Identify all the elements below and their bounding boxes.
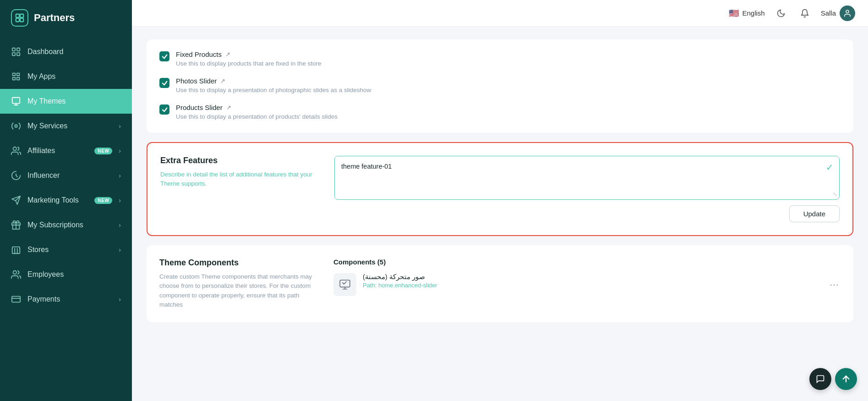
photos-slider-title: Photos Slider ↗ (176, 77, 371, 85)
component-icon (333, 273, 356, 296)
chat-fab[interactable] (809, 368, 831, 390)
extra-features-label-col: Extra Features Describe in detail the li… (160, 156, 316, 189)
feature-list-section: Fixed Products ↗ Use this to display pro… (147, 39, 853, 133)
products-slider-title: Products Slider ↗ (176, 104, 338, 111)
user-menu[interactable]: Salla (821, 5, 855, 21)
subscriptions-icon (11, 220, 21, 230)
component-info: صور متحركة (محسنة) Path: home.enhanced-s… (363, 273, 437, 289)
products-slider-ext-link[interactable]: ↗ (226, 104, 231, 111)
dark-mode-toggle[interactable] (773, 5, 789, 21)
logo-icon (11, 9, 28, 27)
sidebar-item-stores[interactable]: Stores › (0, 237, 132, 262)
svg-point-9 (15, 125, 17, 127)
photos-slider-ext-link[interactable]: ↗ (220, 77, 225, 84)
influencer-icon (11, 170, 21, 181)
extra-features-section: Extra Features Describe in detail the li… (147, 142, 853, 236)
svg-point-10 (13, 147, 16, 150)
svg-rect-7 (17, 53, 20, 55)
extra-features-input-col: theme feature-01 ✓ ⤡ Update (334, 156, 840, 222)
user-name: Salla (821, 9, 836, 17)
sidebar-logo[interactable]: Partners (0, 0, 132, 36)
component-item-row: صور متحركة (محسنة) Path: home.enhanced-s… (333, 273, 841, 296)
extra-features-desc: Describe in detail the list of additiona… (160, 170, 316, 189)
update-btn-row: Update (334, 205, 840, 222)
photos-slider-checkbox[interactable] (159, 78, 169, 88)
user-avatar (840, 5, 855, 21)
svg-rect-4 (12, 48, 15, 51)
theme-components-title: Theme Components (159, 258, 315, 268)
marketing-icon (11, 195, 21, 205)
extra-features-title: Extra Features (160, 156, 316, 165)
products-slider-desc: Use this to display a presentation of pr… (176, 113, 338, 120)
components-col: Components (5) صور متحركة (محسنة) (333, 258, 841, 296)
content-area: Fixed Products ↗ Use this to display pro… (132, 27, 868, 401)
components-header: Components (5) (333, 258, 841, 266)
flag-icon: 🇺🇸 (729, 8, 739, 18)
logo-text: Partners (34, 12, 75, 24)
svg-rect-6 (12, 53, 15, 55)
affiliates-icon (11, 146, 21, 156)
stores-icon (11, 245, 21, 255)
language-selector[interactable]: 🇺🇸 English (729, 8, 764, 18)
themes-icon (11, 96, 21, 106)
textarea-check-icon: ✓ (826, 162, 834, 173)
upload-fab[interactable] (835, 368, 857, 390)
subscriptions-arrow: › (119, 221, 121, 229)
photos-slider-desc: Use this to display a presentation of ph… (176, 87, 371, 93)
extra-features-textarea-wrapper: theme feature-01 ✓ ⤡ (334, 156, 840, 200)
payments-arrow: › (119, 296, 121, 303)
svg-point-11 (13, 271, 16, 274)
component-enhanced-slider: صور متحركة (محسنة) Path: home.enhanced-s… (333, 273, 828, 296)
component-more-menu[interactable]: ⋯ (828, 277, 841, 292)
update-button[interactable]: Update (789, 205, 840, 222)
sidebar-item-influencer[interactable]: Influencer › (0, 163, 132, 188)
stores-arrow: › (119, 246, 121, 253)
marketing-arrow: › (119, 197, 121, 204)
textarea-resize-icon: ⤡ (833, 191, 837, 198)
services-arrow: › (119, 122, 121, 130)
component-path: Path: home.enhanced-slider (363, 282, 437, 289)
payments-icon (11, 294, 21, 304)
svg-rect-0 (16, 14, 19, 17)
header: 🇺🇸 English Salla (132, 0, 868, 27)
apps-icon (11, 71, 21, 82)
theme-components-desc: Create custom Theme components that merc… (159, 272, 315, 309)
sidebar-item-payments[interactable]: Payments › (0, 287, 132, 312)
svg-point-14 (846, 10, 849, 13)
notifications-button[interactable] (797, 5, 813, 21)
affiliates-arrow: › (119, 147, 121, 154)
employees-icon (11, 269, 21, 280)
svg-rect-3 (20, 18, 23, 22)
component-name: صور متحركة (محسنة) (363, 273, 437, 280)
services-icon (11, 121, 21, 131)
sidebar-item-my-services[interactable]: My Services › (0, 114, 132, 138)
sidebar-item-my-themes[interactable]: My Themes (0, 89, 132, 114)
fixed-products-desc: Use this to display products that are fi… (176, 60, 321, 67)
fixed-products-ext-link[interactable]: ↗ (225, 51, 230, 58)
sidebar-item-my-apps[interactable]: My Apps (0, 64, 132, 89)
theme-components-section: Theme Components Create custom Theme com… (147, 245, 853, 322)
feature-photos-slider: Photos Slider ↗ Use this to display a pr… (159, 77, 841, 93)
language-label: English (742, 9, 764, 17)
sidebar-item-dashboard[interactable]: Dashboard (0, 39, 132, 64)
sidebar-item-marketing-tools[interactable]: Marketing Tools NEW › (0, 188, 132, 213)
sidebar-item-employees[interactable]: Employees (0, 262, 132, 287)
main-area: 🇺🇸 English Salla Fixed P (132, 0, 868, 401)
feature-products-slider: Products Slider ↗ Use this to display a … (159, 104, 841, 120)
svg-rect-1 (20, 14, 23, 17)
sidebar: Partners Dashboard My Apps My Themes (0, 0, 132, 401)
feature-fixed-products: Fixed Products ↗ Use this to display pro… (159, 50, 841, 67)
products-slider-checkbox[interactable] (159, 104, 169, 115)
dashboard-icon (11, 47, 21, 57)
extra-features-textarea[interactable]: theme feature-01 (335, 156, 839, 198)
fixed-products-checkbox[interactable] (159, 51, 169, 61)
sidebar-item-my-subscriptions[interactable]: My Subscriptions › (0, 213, 132, 237)
influencer-arrow: › (119, 172, 121, 179)
svg-rect-5 (17, 48, 20, 51)
sidebar-item-affiliates[interactable]: Affiliates NEW › (0, 138, 132, 163)
svg-rect-8 (12, 98, 20, 104)
svg-rect-12 (12, 297, 20, 302)
svg-rect-2 (16, 18, 19, 22)
sidebar-nav: Dashboard My Apps My Themes My Services … (0, 36, 132, 401)
theme-components-label-col: Theme Components Create custom Theme com… (159, 258, 315, 309)
